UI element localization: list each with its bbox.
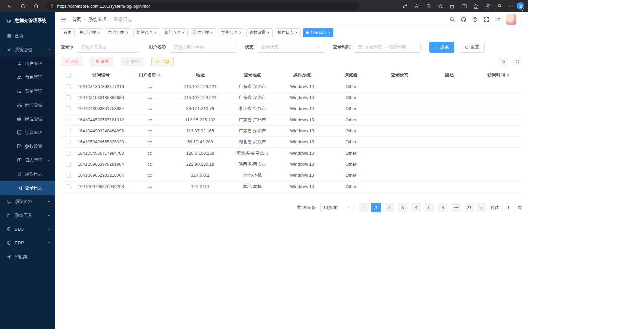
page-number-button[interactable]: 1	[371, 203, 381, 212]
sidebar-item[interactable]: 字典管理	[0, 126, 55, 139]
export-button[interactable]: 导出	[151, 57, 174, 66]
browser-home-icon[interactable]	[33, 3, 39, 9]
page-tab[interactable]: 菜单管理 ×	[133, 28, 159, 37]
breadcrumb-home[interactable]: 首页	[72, 17, 81, 23]
user-avatar[interactable]	[506, 14, 516, 25]
table-row[interactable]: 1641069652933218304 cc 127.0.0.1 本地-本机 W…	[61, 170, 522, 181]
table-row[interactable]: 1641053426655825920 cc 58.19.42.209 湖北省-…	[61, 136, 522, 147]
avatar-dropdown-caret-icon[interactable]	[519, 19, 522, 23]
toggle-search-button[interactable]	[499, 57, 508, 66]
sidebar-item[interactable]: BBS	[0, 222, 55, 236]
page-tab[interactable]: 操作日志 ×	[275, 28, 301, 37]
row-checkbox[interactable]	[66, 106, 71, 111]
page-tab[interactable]: 登录日志 ×	[303, 28, 333, 37]
page-tab[interactable]: 部门管理 ×	[162, 28, 188, 37]
prev-page-button[interactable]	[359, 203, 369, 212]
unlock-button[interactable]: 解锁	[121, 57, 143, 66]
breadcrumb-system[interactable]: 系统管理	[88, 17, 107, 23]
sidebar-item[interactable]: Yi框架	[0, 250, 55, 264]
sort-icon[interactable]	[507, 73, 509, 77]
page-tab[interactable]: 首页	[61, 28, 75, 37]
goto-page-input[interactable]	[502, 203, 515, 212]
page-tab[interactable]: 岗位管理 ×	[190, 28, 216, 37]
clear-button[interactable]: 清空	[91, 57, 113, 66]
date-range-picker[interactable]: 开始日期 - 结束日期	[354, 42, 421, 53]
login-ip-input[interactable]	[77, 42, 140, 53]
tab-close-icon[interactable]: ×	[154, 31, 156, 35]
tab-close-icon[interactable]: ×	[295, 31, 298, 35]
sidebar-item[interactable]: 用户管理	[0, 57, 55, 70]
page-number-button[interactable]: 6	[438, 203, 448, 212]
sidebar-item[interactable]: 系统管理	[0, 43, 55, 57]
search-button[interactable]: 搜索	[429, 42, 454, 53]
tab-close-icon[interactable]: ×	[126, 31, 128, 35]
tab-close-icon[interactable]: ×	[98, 31, 100, 35]
page-number-button[interactable]: 3	[398, 203, 407, 212]
sidebar-item[interactable]: 操作日志	[0, 167, 55, 181]
send-icon	[7, 254, 12, 259]
row-checkbox[interactable]	[66, 173, 71, 178]
page-size-select[interactable]: 10条/页	[320, 203, 354, 212]
page-number-button[interactable]: 21	[465, 203, 474, 212]
sidebar-item[interactable]: 日志管理	[0, 153, 55, 167]
status-select[interactable]: 登录状态	[257, 42, 324, 53]
copilot-button[interactable]: b	[517, 2, 524, 10]
table-row[interactable]: 1641044520567181312 cc 112.96.225.132 广东…	[61, 114, 522, 125]
page-number-button[interactable]: 2	[385, 203, 394, 212]
row-checkbox[interactable]	[66, 95, 71, 100]
sidebar-item[interactable]: 菜单管理	[0, 84, 55, 98]
sidebar-item[interactable]: 岗位管理	[0, 112, 55, 126]
sort-icon[interactable]	[158, 73, 161, 77]
next-page-button[interactable]	[477, 203, 486, 212]
fullscreen-icon[interactable]	[484, 17, 489, 22]
tab-close-icon[interactable]: ×	[211, 31, 213, 35]
table-row[interactable]: 1641043063331753984 cc 39.171.210.78 浙江省…	[61, 103, 522, 114]
refresh-table-button[interactable]	[513, 57, 522, 66]
sidebar-item[interactable]: ERP	[0, 236, 55, 250]
table-row[interactable]: 1641059633978281984 cc 222.90.130.18 陕西省…	[61, 159, 522, 170]
font-size-icon[interactable]: тT	[495, 17, 501, 22]
row-checkbox[interactable]	[66, 118, 71, 122]
page-tab[interactable]: 字典管理 ×	[218, 28, 244, 37]
select-all-checkbox[interactable]	[66, 73, 71, 78]
table-row[interactable]: 1641069798270046208 cc 127.0.0.1 本地-本机 W…	[61, 181, 522, 192]
browser-back-icon[interactable]	[7, 3, 13, 9]
browser-refresh-icon[interactable]	[20, 3, 26, 9]
address-bar[interactable]: https://ccnetcore.com:1101/system/log/lo…	[46, 2, 359, 10]
row-checkbox[interactable]	[66, 184, 71, 189]
user-name-input[interactable]	[170, 42, 236, 53]
page-tab[interactable]: 用户管理 ×	[77, 28, 103, 37]
delete-button[interactable]: 删除	[61, 57, 83, 66]
sidebar-item[interactable]: 系统监控	[0, 195, 55, 208]
table-row[interactable]: 1641044993248464896 cc 113.87.92.165 广东省…	[61, 125, 522, 136]
sidebar-item[interactable]: 首页	[0, 29, 55, 43]
reset-button[interactable]: 重置	[460, 42, 485, 53]
sidebar-item[interactable]: 登录日志	[0, 181, 55, 195]
github-icon[interactable]	[461, 17, 466, 22]
row-checkbox[interactable]	[66, 140, 71, 144]
row-checkbox[interactable]	[66, 84, 71, 89]
row-checkbox[interactable]	[66, 162, 71, 167]
sidebar-item[interactable]: 部门管理	[0, 98, 55, 112]
sidebar-item[interactable]: 系统工具	[0, 208, 55, 222]
tab-close-icon[interactable]: ×	[182, 31, 185, 35]
sidebar-item[interactable]: 参数设置	[0, 139, 55, 153]
tab-close-icon[interactable]: ×	[267, 31, 270, 35]
page-tab[interactable]: 角色管理 ×	[105, 28, 131, 37]
page-number-button[interactable]: 5	[425, 203, 434, 212]
page-number-button[interactable]: •••	[451, 203, 461, 212]
sidebar-item[interactable]: 角色管理	[0, 70, 55, 84]
tab-close-icon[interactable]: ×	[239, 31, 241, 35]
row-checkbox[interactable]	[66, 151, 71, 156]
row-checkbox[interactable]	[66, 129, 71, 133]
tab-close-icon[interactable]: ×	[328, 31, 330, 35]
page-number-button[interactable]: 4	[412, 203, 421, 212]
table-row[interactable]: 1641054566717984768 cc 120.6.150.158 河北省…	[61, 147, 522, 159]
help-icon[interactable]	[472, 17, 478, 22]
table-row[interactable]: 1641031533185863680 cc 113.102.129.221 广…	[61, 92, 522, 103]
page-tab[interactable]: 参数设置 ×	[246, 28, 273, 37]
search-icon[interactable]	[449, 17, 455, 22]
sidebar-collapse-icon[interactable]	[61, 17, 67, 23]
table-row[interactable]: 1641031367863177216 cc 113.102.129.221 广…	[61, 81, 522, 92]
app-logo[interactable]: 意框架管理系统	[0, 12, 55, 29]
